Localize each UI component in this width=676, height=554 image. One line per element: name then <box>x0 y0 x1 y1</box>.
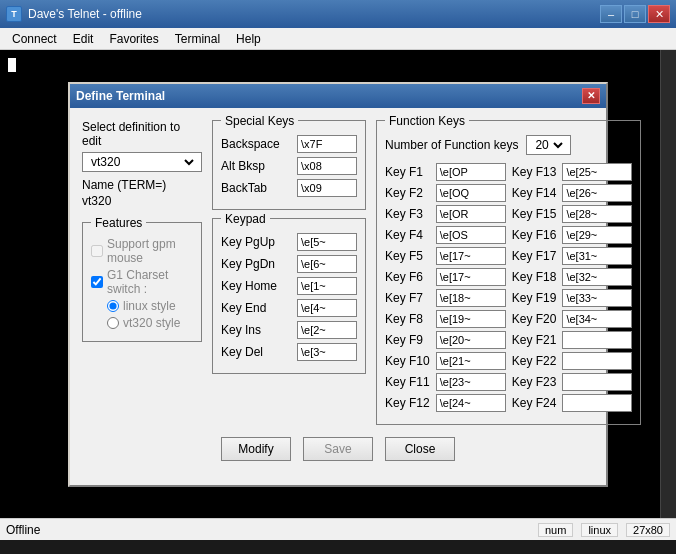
fk-value-f20[interactable]: \e[34~ <box>562 310 632 328</box>
fk-label-f12: Key F12 <box>385 396 430 410</box>
close-button[interactable]: Close <box>385 437 455 461</box>
fk-label-f2: Key F2 <box>385 186 430 200</box>
fk-value-f11[interactable]: \e[23~ <box>436 373 506 391</box>
fk-value-f12[interactable]: \e[24~ <box>436 394 506 412</box>
fk-label-f22: Key F22 <box>512 354 557 368</box>
fk-value-f7[interactable]: \e[18~ <box>436 289 506 307</box>
select-def-label: Select definition to edit <box>82 120 202 148</box>
fk-value-f5[interactable]: \e[17~ <box>436 247 506 265</box>
function-keys-group-label: Function Keys <box>385 114 469 128</box>
status-num: num <box>538 523 573 537</box>
select-def-combo[interactable]: vt320 <box>82 152 202 172</box>
keypad-row-3: Key End \e[4~ <box>221 299 357 317</box>
fk-value-f1[interactable]: \e[OP <box>436 163 506 181</box>
menu-bar: Connect Edit Favorites Terminal Help <box>0 28 676 50</box>
fk-value-f9[interactable]: \e[20~ <box>436 331 506 349</box>
keypad-label-1: Key PgDn <box>221 257 291 271</box>
fk-label-f23: Key F23 <box>512 375 557 389</box>
keypad-value-5[interactable]: \e[3~ <box>297 343 357 361</box>
radio-linux-feature: linux style <box>91 299 193 313</box>
fk-label-f6: Key F6 <box>385 270 430 284</box>
fk-value-f2[interactable]: \e[OQ <box>436 184 506 202</box>
fk-label-f24: Key F24 <box>512 396 557 410</box>
radio-vt320-label: vt320 style <box>123 316 180 330</box>
g1-charset-label: G1 Charset switch : <box>107 268 193 296</box>
terminal-area: Define Terminal ✕ Select definition to e… <box>0 50 676 518</box>
fk-value-f16[interactable]: \e[29~ <box>562 226 632 244</box>
special-keys-label: Special Keys <box>221 114 298 128</box>
keypad-value-4[interactable]: \e[2~ <box>297 321 357 339</box>
keypad-value-2[interactable]: \e[1~ <box>297 277 357 295</box>
fk-value-f8[interactable]: \e[19~ <box>436 310 506 328</box>
minimize-button[interactable]: – <box>600 5 622 23</box>
fk-value-f6[interactable]: \e[17~ <box>436 268 506 286</box>
num-func-keys-select[interactable]: 20 12 24 <box>531 137 566 153</box>
fk-label-f16: Key F16 <box>512 228 557 242</box>
dialog-title-bar: Define Terminal ✕ <box>70 84 606 108</box>
fk-label-f18: Key F18 <box>512 270 557 284</box>
keypad-value-3[interactable]: \e[4~ <box>297 299 357 317</box>
menu-terminal[interactable]: Terminal <box>167 30 228 48</box>
dialog-title: Define Terminal <box>76 89 582 103</box>
fk-value-f19[interactable]: \e[33~ <box>562 289 632 307</box>
fk-label-f17: Key F17 <box>512 249 557 263</box>
status-right: num linux 27x80 <box>538 523 670 537</box>
keypad-row-5: Key Del \e[3~ <box>221 343 357 361</box>
window-title: Dave's Telnet - offline <box>28 7 600 21</box>
fk-value-f14[interactable]: \e[26~ <box>562 184 632 202</box>
menu-favorites[interactable]: Favorites <box>101 30 166 48</box>
fk-value-f4[interactable]: \e[OS <box>436 226 506 244</box>
fk-value-f23[interactable] <box>562 373 632 391</box>
fk-value-f21[interactable] <box>562 331 632 349</box>
special-key-value-1[interactable]: \x08 <box>297 157 357 175</box>
special-key-label-1: Alt Bksp <box>221 159 291 173</box>
dialog-buttons: Modify Save Close <box>82 429 594 473</box>
special-key-row-2: BackTab \x09 <box>221 179 357 197</box>
select-def-select[interactable]: vt320 <box>87 154 197 170</box>
fk-value-f18[interactable]: \e[32~ <box>562 268 632 286</box>
support-gpm-label: Support gpm mouse <box>107 237 193 265</box>
name-term-value: vt320 <box>82 194 202 208</box>
menu-help[interactable]: Help <box>228 30 269 48</box>
right-column: Function Keys Number of Function keys 20… <box>376 120 641 429</box>
radio-vt320[interactable] <box>107 317 119 329</box>
support-gpm-feature: Support gpm mouse <box>91 237 193 265</box>
num-func-keys-combo[interactable]: 20 12 24 <box>526 135 571 155</box>
fk-value-f13[interactable]: \e[25~ <box>562 163 632 181</box>
menu-edit[interactable]: Edit <box>65 30 102 48</box>
window-controls: – □ ✕ <box>600 5 670 23</box>
keypad-label-4: Key Ins <box>221 323 291 337</box>
fk-value-f15[interactable]: \e[28~ <box>562 205 632 223</box>
fk-value-f3[interactable]: \e[OR <box>436 205 506 223</box>
fk-value-f24[interactable] <box>562 394 632 412</box>
radio-linux[interactable] <box>107 300 119 312</box>
save-button[interactable]: Save <box>303 437 373 461</box>
keypad-row-1: Key PgDn \e[6~ <box>221 255 357 273</box>
special-key-value-0[interactable]: \x7F <box>297 135 357 153</box>
features-group-label: Features <box>91 216 146 230</box>
dialog-close-button[interactable]: ✕ <box>582 88 600 104</box>
menu-connect[interactable]: Connect <box>4 30 65 48</box>
fk-value-f22[interactable] <box>562 352 632 370</box>
fk-value-f10[interactable]: \e[21~ <box>436 352 506 370</box>
fk-label-f13: Key F13 <box>512 165 557 179</box>
keypad-value-0[interactable]: \e[5~ <box>297 233 357 251</box>
fk-value-f17[interactable]: \e[31~ <box>562 247 632 265</box>
support-gpm-checkbox[interactable] <box>91 245 103 257</box>
dialog-overlay: Define Terminal ✕ Select definition to e… <box>0 50 676 518</box>
keypad-value-1[interactable]: \e[6~ <box>297 255 357 273</box>
keypad-row-0: Key PgUp \e[5~ <box>221 233 357 251</box>
special-key-value-2[interactable]: \x09 <box>297 179 357 197</box>
fk-label-f1: Key F1 <box>385 165 430 179</box>
window-close-button[interactable]: ✕ <box>648 5 670 23</box>
fk-label-f8: Key F8 <box>385 312 430 326</box>
dialog-columns: Select definition to edit vt320 Name (TE… <box>82 120 594 429</box>
modify-button[interactable]: Modify <box>221 437 291 461</box>
status-dimensions: 27x80 <box>626 523 670 537</box>
keypad-label-3: Key End <box>221 301 291 315</box>
function-keys-group: Function Keys Number of Function keys 20… <box>376 120 641 425</box>
fk-label-f4: Key F4 <box>385 228 430 242</box>
special-keys-group: Special Keys Backspace \x7F Alt Bksp \x0… <box>212 120 366 210</box>
maximize-button[interactable]: □ <box>624 5 646 23</box>
g1-charset-checkbox[interactable] <box>91 276 103 288</box>
